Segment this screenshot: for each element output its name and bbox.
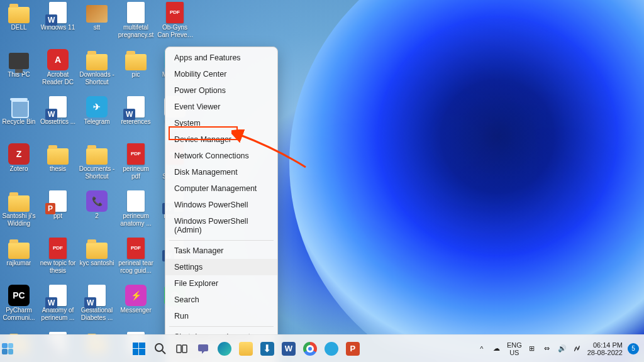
taskbar-edge-button[interactable] xyxy=(216,340,233,358)
desktop-icon-label: Telegram xyxy=(84,118,109,126)
desktop-icon[interactable]: Downloads - Shortcut xyxy=(78,48,116,96)
clock[interactable]: 06:14 PM 28-08-2022 xyxy=(587,341,623,356)
taskbar-start-button[interactable] xyxy=(130,340,148,358)
menu-item[interactable]: Search xyxy=(165,292,277,308)
folder-icon xyxy=(86,243,108,259)
desktop-icon[interactable]: Documents - Shortcut xyxy=(78,143,116,190)
svg-rect-2 xyxy=(177,345,181,353)
menu-item-label: Device Manager xyxy=(174,135,231,144)
desktop-icon[interactable]: thesis xyxy=(39,143,77,190)
date-text: 28-08-2022 xyxy=(587,349,623,356)
menu-item[interactable]: Windows PowerShell (Admin) xyxy=(165,213,277,238)
desktop-icon-label: Downloads - Shortcut xyxy=(79,71,115,86)
menu-item[interactable]: Computer Management xyxy=(165,180,277,197)
svg-rect-4 xyxy=(198,344,208,351)
taskbar-telegram-button[interactable] xyxy=(323,340,340,358)
taskbar-word-button[interactable]: W xyxy=(280,340,297,358)
meet-now-icon[interactable]: ⊞ xyxy=(527,344,537,354)
svg-point-0 xyxy=(155,344,163,351)
desktop-icon[interactable]: references xyxy=(117,96,155,143)
desktop-icon[interactable]: stt xyxy=(78,1,116,48)
volume-icon[interactable]: 🔊 xyxy=(557,344,567,354)
desktop-icon[interactable]: rajkumar xyxy=(0,237,38,284)
menu-item-label: Run xyxy=(174,312,189,321)
start-icon xyxy=(133,343,145,355)
wallpaper-bloom xyxy=(289,0,644,362)
menu-item[interactable]: Disk Management xyxy=(165,164,277,180)
menu-item[interactable]: Run xyxy=(165,308,277,324)
desktop-icon[interactable]: Ob-Gyns Can Prevent and... xyxy=(156,1,194,48)
notification-badge[interactable]: 5 xyxy=(628,343,639,354)
desktop-icon-label: kyc santoshi xyxy=(79,260,114,267)
chat-icon xyxy=(197,343,209,355)
desktop-icon[interactable]: ZZotero xyxy=(0,143,38,190)
taskbar-search-button[interactable] xyxy=(152,340,169,358)
desktop-icon[interactable]: kyc santoshi xyxy=(78,237,116,284)
desktop-icon-label: DELL xyxy=(11,24,26,31)
this-pc-icon xyxy=(9,53,29,69)
desktop-icon[interactable]: perineal tear rcog guid... xyxy=(117,237,155,284)
desktop-icon[interactable]: Anatomy of perineum ... xyxy=(39,284,77,331)
desktop-icon[interactable]: perineum anatomy ... xyxy=(117,190,155,237)
menu-item[interactable]: Settings xyxy=(165,259,277,275)
ppt-doc-icon xyxy=(49,190,67,212)
taskbar-chrome-button[interactable] xyxy=(301,340,319,358)
tray-overflow-chevron-icon[interactable]: ^ xyxy=(477,344,487,354)
desktop-icon[interactable]: ⚡Messenger xyxy=(117,284,155,331)
desktop-icon[interactable]: perineum pdf xyxy=(117,143,155,190)
desktop-icon-label: thesis xyxy=(50,165,66,173)
taskbar-center: ⬇WP xyxy=(15,340,477,358)
word-doc-icon xyxy=(49,285,67,306)
language-indicator[interactable]: ENG US xyxy=(507,341,522,356)
desktop-icon[interactable]: new topic for thesis xyxy=(39,237,77,284)
taskbar-explorer-button[interactable] xyxy=(237,340,255,358)
desktop-icon[interactable]: This PC xyxy=(0,48,38,96)
desktop-icon[interactable]: Windows 11 xyxy=(39,1,77,48)
desktop-icon-label: multifetal pregnancy.st xyxy=(118,24,154,39)
menu-item[interactable]: Task Manager xyxy=(165,243,277,259)
taskbar-powerpoint-button[interactable]: P xyxy=(344,340,362,358)
winx-context-menu: Apps and FeaturesMobility CenterPower Op… xyxy=(165,47,278,362)
menu-item-label: Task Manager xyxy=(174,246,224,255)
menu-item-label: Apps and Features xyxy=(174,53,241,62)
menu-item-label: Search xyxy=(174,295,199,304)
desktop-icon[interactable]: PCPyCharm Communi... xyxy=(0,284,38,331)
menu-item[interactable]: Device Manager xyxy=(165,131,277,148)
taskbar-store-button[interactable]: ⬇ xyxy=(258,340,276,358)
desktop-icon[interactable]: Obstetrics ... xyxy=(39,96,77,143)
desktop-icon[interactable]: AAcrobat Reader DC xyxy=(39,48,77,96)
widgets-button[interactable] xyxy=(0,335,15,362)
taskbar-taskview-button[interactable] xyxy=(173,340,191,358)
desktop-icon[interactable]: Recycle Bin xyxy=(0,96,38,143)
desktop-icon-label: Gestational Diabetes ... xyxy=(79,307,115,322)
desktop-icon[interactable]: multifetal pregnancy.st xyxy=(117,1,155,48)
desktop-icon-label: Documents - Shortcut xyxy=(79,165,115,180)
taskbar-chat-button[interactable] xyxy=(194,340,212,358)
menu-item[interactable]: Power Options xyxy=(165,82,277,99)
desktop-icon[interactable]: ✈Telegram xyxy=(78,96,116,143)
doc-icon xyxy=(127,190,145,212)
desktop-icon[interactable]: ppt xyxy=(39,190,77,237)
menu-item[interactable]: Apps and Features xyxy=(165,50,277,66)
menu-item-label: Windows PowerShell xyxy=(174,200,248,209)
menu-item[interactable]: Windows PowerShell xyxy=(165,197,277,213)
menu-item[interactable]: System xyxy=(165,115,277,131)
desktop-icon[interactable]: DELL xyxy=(0,1,38,48)
language-bottom: US xyxy=(507,349,522,356)
desktop-icon[interactable]: Santoshi ji's Widding xyxy=(0,190,38,237)
onedrive-icon[interactable]: ☁ xyxy=(492,344,502,354)
battery-icon[interactable]: 🗲 xyxy=(572,344,582,354)
menu-item[interactable]: Network Connections xyxy=(165,148,277,164)
menu-item[interactable]: Mobility Center xyxy=(165,66,277,82)
menu-item[interactable]: File Explorer xyxy=(165,275,277,292)
app-icon: A xyxy=(47,49,69,70)
menu-item[interactable]: Event Viewer xyxy=(165,99,277,115)
menu-separator xyxy=(169,240,274,241)
word-doc-icon xyxy=(127,96,145,118)
desktop-icon-label: stt xyxy=(94,24,101,31)
desktop-icon[interactable]: pic xyxy=(117,48,155,96)
menu-item-label: Power Options xyxy=(174,86,226,95)
network-icon[interactable]: ⇔ xyxy=(542,344,552,354)
desktop-icon[interactable]: 📞2 xyxy=(78,190,116,237)
desktop-icon[interactable]: Gestational Diabetes ... xyxy=(78,284,116,331)
